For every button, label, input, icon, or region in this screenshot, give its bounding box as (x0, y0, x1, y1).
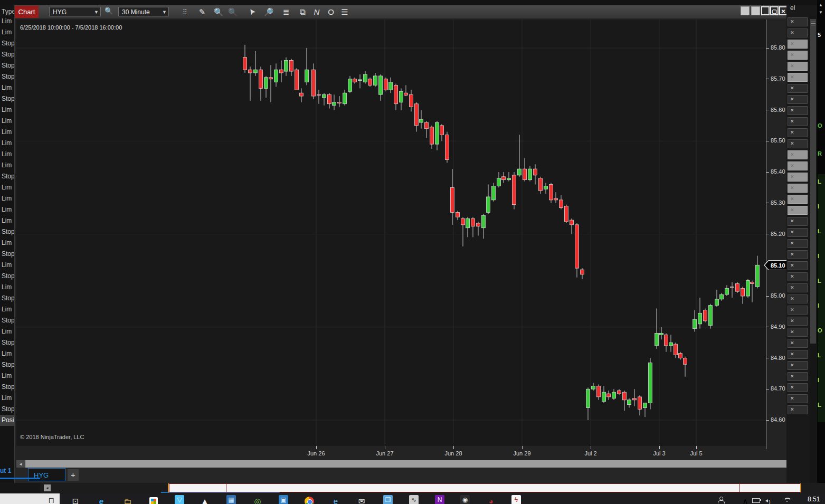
order-row-type[interactable]: Lim (0, 260, 14, 271)
order-row-type[interactable]: Lim (0, 149, 14, 160)
red-swirl-icon[interactable]: ◕ (485, 496, 497, 504)
file-explorer-icon[interactable]: 🗀 (121, 496, 134, 504)
cancel-order-button[interactable]: ✕ (788, 195, 808, 204)
cancel-order-button[interactable]: ✕ (788, 28, 808, 37)
order-row-type[interactable]: Stop (0, 60, 14, 71)
cancel-order-button[interactable]: ✕ (788, 217, 808, 226)
maximize-button[interactable]: ▢ (770, 6, 779, 15)
cancel-order-button[interactable]: ✕ (788, 150, 808, 159)
cancel-order-button[interactable]: ✕ (788, 73, 808, 82)
blue-tile-icon[interactable]: ▣ (279, 495, 288, 504)
tray-chevron-icon[interactable]: ∧ (739, 496, 752, 504)
cancel-order-button[interactable]: ✕ (788, 239, 808, 248)
scroll-down-icon[interactable]: ▼ (819, 10, 823, 15)
cancel-order-button[interactable]: ✕ (788, 17, 808, 26)
pin-icon[interactable]: ⊓ (45, 495, 58, 504)
cancel-order-button[interactable]: ✕ (788, 84, 808, 93)
battery-icon[interactable] (752, 497, 765, 504)
cancel-order-button[interactable]: ✕ (788, 173, 808, 182)
task-view-icon[interactable]: ⊡ (69, 496, 82, 504)
candlestick-plot[interactable] (16, 20, 766, 446)
draw-icon[interactable]: ✎ (195, 6, 209, 18)
cancel-order-button[interactable]: ✕ (788, 106, 808, 115)
minimize-button[interactable]: _ (761, 6, 770, 15)
zoom-in-icon[interactable]: 🔍 (212, 6, 225, 18)
cursor-icon[interactable]: ➤ (243, 3, 261, 21)
cancel-order-button[interactable]: ✕ (788, 228, 808, 237)
interval-combo[interactable]: 30 Minute ▼ (118, 7, 169, 16)
order-row-type[interactable]: Lim (0, 104, 14, 116)
orders-type-column[interactable]: TypeLimLimStopStopStopStopLimStopLimLimL… (0, 5, 14, 493)
cancel-order-button[interactable]: ✕ (788, 283, 808, 292)
scroll-left-button[interactable]: ◂ (16, 460, 25, 468)
cancel-order-button[interactable]: ✕ (788, 328, 808, 337)
order-row-type[interactable]: Lim (0, 304, 14, 315)
scroll-up-icon[interactable]: ▲ (819, 3, 823, 7)
cancel-order-button[interactable]: ✕ (788, 250, 808, 259)
cancel-order-button[interactable]: ✕ (788, 383, 808, 392)
order-row-type[interactable]: Lim (0, 370, 14, 382)
scrollbar-thumb[interactable] (25, 460, 787, 468)
people-icon[interactable] (718, 497, 731, 504)
cancel-order-button[interactable]: ✕ (788, 405, 808, 414)
framed-app-icon[interactable]: ▦ (226, 495, 236, 504)
cancel-order-button[interactable]: ✕ (788, 317, 808, 326)
order-row-type[interactable]: Stop (0, 49, 14, 60)
order-row-type[interactable]: Lim (0, 393, 14, 404)
order-row-type[interactable]: Stop (0, 71, 14, 82)
zoom-out-icon[interactable]: 🔍 (226, 6, 240, 18)
order-row-type[interactable]: Lim (0, 193, 14, 204)
cancel-order-button[interactable]: ✕ (788, 128, 808, 137)
right-scrollbar-thumb[interactable] (810, 19, 816, 344)
order-row-type[interactable]: Stop (0, 93, 14, 104)
order-row-type[interactable]: Stop (0, 382, 14, 393)
cancel-order-button[interactable]: ✕ (788, 339, 808, 348)
order-row-type[interactable]: Stop (0, 171, 14, 182)
cancel-order-button[interactable]: ✕ (788, 139, 808, 148)
chart-window-tab[interactable]: Chart (15, 6, 39, 18)
cancel-order-button[interactable]: ✕ (788, 117, 808, 126)
order-row-type[interactable]: Lim (0, 237, 14, 249)
selected-order-row[interactable]: Posit (0, 415, 14, 426)
photos-app-icon[interactable]: ∿ (409, 495, 419, 504)
order-row-type[interactable]: Lim (0, 16, 14, 27)
order-row-type[interactable]: Lim (0, 138, 14, 149)
cancel-order-button[interactable]: ✕ (788, 272, 808, 281)
date-axis[interactable]: Jun 26Jun 27Jun 28Jun 29Jul 2Jul 3Jul 5 (15, 446, 766, 460)
line-tool-icon[interactable]: N (310, 6, 324, 18)
order-row-type[interactable]: Stop (0, 293, 14, 304)
window-button[interactable] (741, 6, 750, 15)
instrument-combo[interactable]: HYG ▼ (49, 7, 101, 16)
order-row-type[interactable]: Lim (0, 215, 14, 226)
order-row-type[interactable]: Lim (0, 282, 14, 293)
cancel-order-button[interactable]: ✕ (788, 394, 808, 403)
blue-window-icon[interactable]: ❐ (383, 495, 393, 504)
price-axis[interactable]: 85.8085.7085.6085.5085.4085.3085.2085.00… (766, 20, 787, 449)
properties-icon[interactable]: ☰ (338, 6, 352, 18)
ellipse-tool-icon[interactable]: O (324, 6, 338, 18)
add-tab-button[interactable]: + (68, 469, 79, 481)
data-box-icon[interactable]: 🔎 (262, 6, 276, 18)
order-row-type[interactable]: Stop (0, 337, 14, 348)
mail-icon[interactable]: ✉ (355, 496, 368, 504)
order-row-type[interactable]: Stop (0, 271, 14, 282)
cancel-order-button[interactable]: ✕ (788, 361, 808, 370)
scroll-left-button[interactable]: ◂ (44, 484, 51, 491)
wifi-icon[interactable] (783, 497, 796, 504)
cancel-order-button[interactable]: ✕ (788, 372, 808, 381)
white-arrow-icon[interactable]: ▲ (198, 496, 211, 504)
cancel-order-button[interactable]: ✕ (788, 95, 808, 104)
cancel-order-button[interactable]: ✕ (788, 62, 808, 71)
red-bolt-icon[interactable]: ϟ (511, 495, 521, 504)
speaker-icon[interactable] (765, 497, 778, 504)
order-row-type[interactable]: Lim (0, 182, 14, 193)
order-row-type[interactable]: Stop (0, 38, 14, 49)
order-row-type[interactable]: Lim (0, 160, 14, 171)
horizontal-scrollbar[interactable]: ◂ (16, 460, 787, 468)
dark-app-icon[interactable]: ◉ (460, 495, 470, 504)
order-row-type[interactable]: Lim (0, 82, 14, 93)
cancel-order-button[interactable]: ✕ (788, 161, 808, 170)
chart-style-icon[interactable]: ⫶⫶ (178, 6, 192, 18)
green-ring-icon[interactable]: ◎ (251, 496, 264, 504)
cancel-order-button[interactable]: ✕ (788, 294, 808, 303)
